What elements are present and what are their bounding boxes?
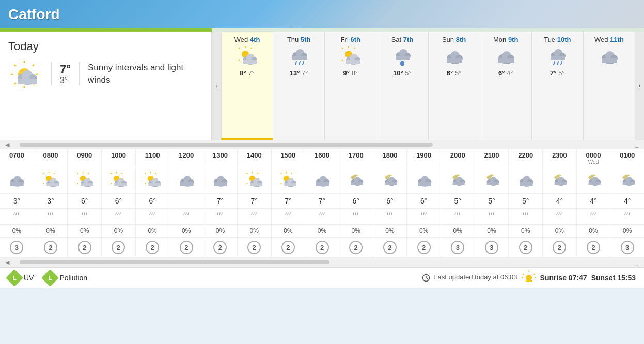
precip-icon <box>408 211 439 222</box>
pollution-badge-item: L Pollution <box>44 272 87 284</box>
forecast-day-9th[interactable]: Mon 9th 6° 4° <box>480 32 531 140</box>
svg-line-234 <box>353 213 354 215</box>
svg-line-239 <box>391 213 392 215</box>
forecast-day-4th[interactable]: Wed 4th 8° 7° <box>221 32 273 140</box>
day-label: Thu 5th <box>276 36 321 43</box>
svg-line-136 <box>257 173 258 174</box>
hour-label: 1400 <box>239 151 270 159</box>
svg-line-253 <box>559 213 559 215</box>
hourly-precip-pct-cell: 0% <box>203 225 237 237</box>
hourly-precip-pct-cell: 0% <box>610 225 644 237</box>
hourly-wind-cell: 2 <box>101 238 135 257</box>
wind-speed: 2 <box>422 244 426 252</box>
svg-rect-198 <box>589 182 601 185</box>
hourly-icon-cell <box>373 167 407 193</box>
svg-line-266 <box>534 274 535 275</box>
svg-rect-178 <box>453 182 465 185</box>
svg-line-205 <box>16 213 17 215</box>
hourly-temp-cell: 4° <box>576 194 610 208</box>
svg-line-237 <box>387 213 388 215</box>
hourly-precip-pct-cell: 0% <box>542 225 576 237</box>
hourly-precip-icon-cell <box>34 209 68 224</box>
svg-line-211 <box>84 213 85 215</box>
precip-pct: 0% <box>1 227 33 234</box>
scroll-bottom[interactable]: ◀ ⎯ <box>0 258 644 267</box>
day-hi: 8° <box>240 69 246 77</box>
scroll-top[interactable]: ◀ ⎯ <box>0 140 644 149</box>
svg-line-268 <box>523 274 524 275</box>
hourly-icon-cell <box>542 167 576 193</box>
top-bar: Catford <box>0 0 644 28</box>
scroll-handle-top[interactable] <box>20 143 433 147</box>
scroll-left-arrow-bottom[interactable]: ◀ <box>5 259 9 266</box>
uv-rating: L <box>13 274 17 280</box>
wind-speed: 3 <box>456 244 460 252</box>
precip-icon <box>273 211 304 222</box>
precip-icon <box>170 211 202 222</box>
svg-line-219 <box>184 213 184 215</box>
hourly-hours-row: 0700 0800 0900 1000 1100 1200 1300 1400 … <box>0 149 644 167</box>
svg-line-228 <box>286 213 286 215</box>
hourly-icon-cell <box>67 167 101 193</box>
hourly-icon-cell <box>34 167 68 193</box>
hourly-hour-cell: 1600 <box>305 149 339 167</box>
hour-label: 2300 <box>544 151 575 159</box>
day-hi: 7° <box>550 69 556 77</box>
svg-line-92 <box>77 173 78 174</box>
svg-line-83 <box>43 183 44 184</box>
forecast-prev-arrow[interactable]: ‹ <box>212 32 221 140</box>
hourly-temps-row: 3° 3° 6° 6° 6° 7° 7° 7° 7° 6° 6° 6° 5° 5… <box>0 194 644 209</box>
day-hi: 13° <box>290 69 300 77</box>
hourly-table: 0700 0800 0900 1000 1100 1200 1300 1400 … <box>0 149 644 258</box>
precip-icon <box>137 211 168 222</box>
hourly-temp: 6° <box>374 197 406 205</box>
wind-speed: 2 <box>49 244 52 252</box>
hourly-icon-cell <box>271 167 305 193</box>
scroll-left-arrow[interactable]: ◀ <box>5 142 9 148</box>
day-icon <box>380 45 425 67</box>
precip-pct: 0% <box>340 227 372 234</box>
hourly-precip-pct-cell: 0% <box>271 225 305 237</box>
svg-rect-142 <box>250 183 263 186</box>
precip-icon <box>306 211 338 222</box>
scroll-handle-bottom[interactable] <box>20 260 329 264</box>
forecast-day-5th[interactable]: Thu 5th 13° 7° <box>273 32 324 140</box>
forecast-next-arrow[interactable]: › <box>635 32 644 140</box>
hourly-hour-cell: 1800 <box>373 149 407 167</box>
svg-rect-48 <box>396 56 410 60</box>
svg-line-116 <box>145 183 146 184</box>
hourly-temp-cell: 6° <box>339 194 373 208</box>
sunrise-label: Sunrise 07:47 <box>540 274 587 282</box>
hourly-temp-cell: 6° <box>101 194 135 208</box>
forecast-day-6th[interactable]: Fri 6th 9° 8° <box>324 32 376 140</box>
svg-line-245 <box>459 213 460 215</box>
svg-rect-59 <box>498 58 514 63</box>
hour-label: 1500 <box>273 151 304 159</box>
hourly-icon <box>69 170 100 190</box>
app-container: Catford Today <box>0 0 644 288</box>
hourly-precip-pct-cell: 0% <box>508 225 542 237</box>
hourly-precip-icon-cell <box>576 209 610 224</box>
svg-line-258 <box>625 213 625 215</box>
hourly-precip-icon-cell <box>610 209 644 224</box>
day-lo: 7° <box>248 69 254 77</box>
svg-line-5 <box>14 65 16 66</box>
precip-icon <box>510 211 541 222</box>
hourly-icon <box>1 170 33 190</box>
hourly-hour-cell: 1900 <box>406 149 441 167</box>
svg-line-37 <box>354 48 355 49</box>
forecast-day-7th[interactable]: Sat 7th 10° 5° <box>376 32 428 140</box>
forecast-day-8th[interactable]: Sun 8th 6° 5° <box>428 32 480 140</box>
wind-circle: 2 <box>519 241 532 254</box>
precip-icon <box>239 211 270 222</box>
hourly-precip-icon-cell <box>203 209 237 224</box>
svg-line-236 <box>357 213 358 215</box>
hour-label: 1900 <box>408 151 439 159</box>
wind-speed: 2 <box>286 244 290 252</box>
hourly-icon <box>578 170 609 190</box>
forecast-day-10th[interactable]: Tue 10th 7° 5° <box>531 32 583 140</box>
precip-pct: 0% <box>510 227 541 234</box>
hourly-wind-cell: 2 <box>373 238 407 257</box>
hourly-temp: 6° <box>137 197 168 205</box>
forecast-day-11th[interactable]: Wed 11th <box>583 32 635 140</box>
